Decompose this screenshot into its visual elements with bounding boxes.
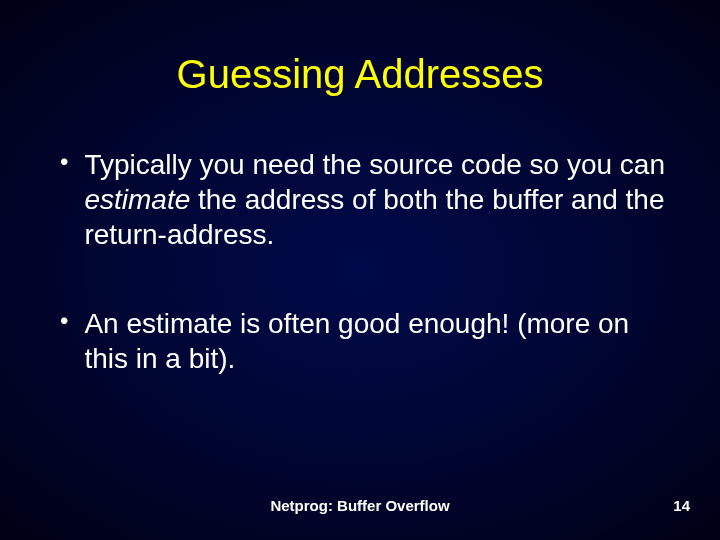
footer-title: Netprog: Buffer Overflow: [30, 497, 690, 514]
slide-footer: Netprog: Buffer Overflow 14: [0, 497, 720, 514]
bullet-dot-icon: •: [60, 147, 68, 177]
bullet-text: An estimate is often good enough! (more …: [84, 306, 670, 376]
bullet-dot-icon: •: [60, 306, 68, 336]
bullet-text: Typically you need the source code so yo…: [84, 147, 670, 252]
page-number: 14: [673, 497, 690, 514]
bullet-text-italic: estimate: [84, 184, 190, 215]
slide-title: Guessing Addresses: [0, 0, 720, 117]
slide-content: • Typically you need the source code so …: [0, 117, 720, 376]
bullet-item: • Typically you need the source code so …: [60, 147, 670, 252]
bullet-item: • An estimate is often good enough! (mor…: [60, 306, 670, 376]
bullet-text-before: Typically you need the source code so yo…: [84, 149, 665, 180]
bullet-text-before: An estimate is often good enough! (more …: [84, 308, 629, 374]
